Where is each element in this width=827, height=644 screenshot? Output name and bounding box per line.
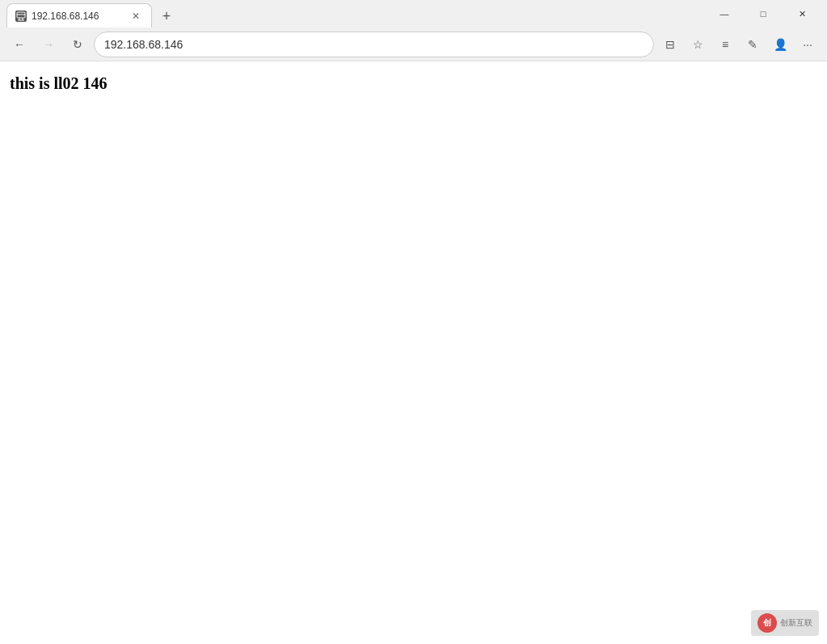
watermark: 创 创新互联 [751,610,819,636]
browser-window: 192.168.68.146 ✕ + — □ ✕ ← → ↻ ⊟ ☆ ≡ ✎ 👤… [0,0,827,644]
title-bar: 192.168.68.146 ✕ + — □ ✕ [0,0,827,27]
active-tab[interactable]: 192.168.68.146 ✕ [6,3,152,27]
tab-favicon-icon [15,11,27,22]
address-bar-container[interactable] [94,32,654,57]
tab-close-button[interactable]: ✕ [129,9,143,23]
menu-button[interactable]: ≡ [712,32,738,57]
edit-button[interactable]: ✎ [740,32,766,57]
window-controls: — □ ✕ [706,0,821,27]
back-button[interactable]: ← [6,32,32,57]
close-button[interactable]: ✕ [783,0,821,27]
address-input[interactable] [104,38,643,51]
watermark-logo: 创 [757,613,777,633]
profile-button[interactable]: 👤 [767,32,793,57]
forward-button[interactable]: → [36,32,61,57]
page-main-text: this is ll02 146 [10,74,821,93]
watermark-text: 创新互联 [780,617,812,629]
minimize-button[interactable]: — [706,0,743,27]
maximize-button[interactable]: □ [745,0,782,27]
reload-button[interactable]: ↻ [65,32,91,57]
watermark-box: 创 创新互联 [751,610,819,636]
tab-strip: 192.168.68.146 ✕ + [6,0,706,27]
sidebar-button[interactable]: ⊟ [657,32,683,57]
tab-title: 192.168.68.146 [32,11,124,22]
page-content: this is ll02 146 [0,61,827,644]
new-tab-button[interactable]: + [155,5,178,27]
more-button[interactable]: ··· [795,32,821,57]
nav-bar: ← → ↻ ⊟ ☆ ≡ ✎ 👤 ··· [0,27,827,61]
toolbar-right: ⊟ ☆ ≡ ✎ 👤 ··· [657,32,821,57]
favorites-button[interactable]: ☆ [685,32,711,57]
